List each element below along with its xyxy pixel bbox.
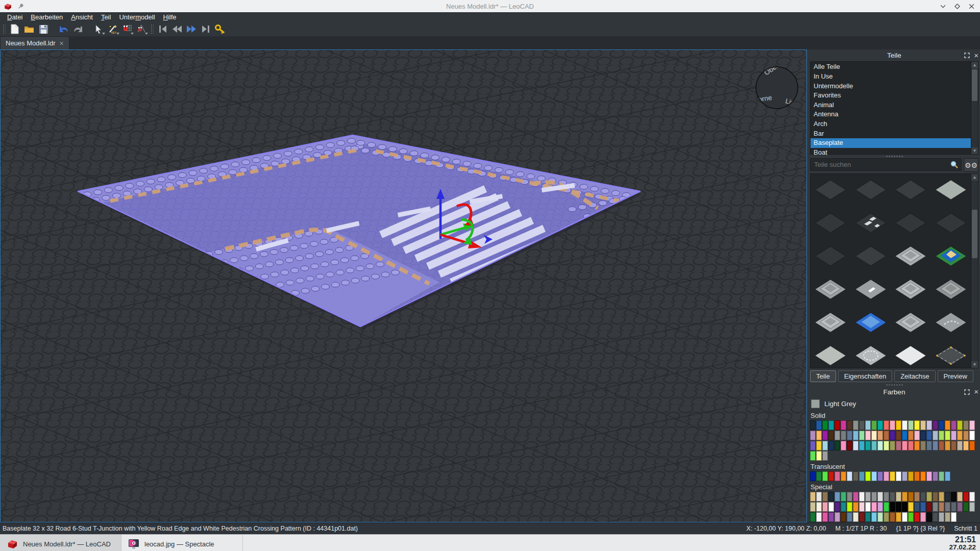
color-swatch[interactable] bbox=[884, 441, 889, 450]
color-swatch[interactable] bbox=[828, 471, 834, 481]
color-swatch[interactable] bbox=[810, 492, 816, 502]
color-swatch[interactable] bbox=[951, 512, 957, 522]
color-swatch[interactable] bbox=[853, 492, 859, 502]
minimize-button[interactable] bbox=[939, 3, 946, 10]
color-swatch[interactable] bbox=[828, 502, 834, 512]
snap-move-button[interactable] bbox=[120, 23, 134, 35]
color-swatch[interactable] bbox=[865, 431, 871, 440]
color-swatch[interactable] bbox=[890, 471, 895, 481]
color-swatch[interactable] bbox=[828, 431, 834, 440]
next-step-button[interactable] bbox=[185, 23, 198, 35]
color-swatch[interactable] bbox=[969, 431, 975, 440]
color-swatch[interactable] bbox=[841, 420, 846, 430]
color-swatch[interactable] bbox=[933, 471, 938, 481]
color-swatch[interactable] bbox=[810, 451, 816, 461]
color-swatch[interactable] bbox=[933, 502, 938, 512]
color-swatch[interactable] bbox=[896, 420, 901, 430]
color-swatch[interactable] bbox=[841, 512, 846, 522]
parts-scrollbar[interactable]: ▲ ▼ bbox=[971, 174, 978, 367]
scroll-down-icon[interactable]: ▼ bbox=[971, 361, 978, 368]
scroll-up-icon[interactable]: ▲ bbox=[971, 62, 978, 68]
color-swatch[interactable] bbox=[890, 502, 895, 512]
color-swatch[interactable] bbox=[853, 471, 859, 481]
color-swatch[interactable] bbox=[945, 420, 950, 430]
snap-move-dropdown-icon[interactable] bbox=[131, 33, 134, 35]
color-swatch[interactable] bbox=[963, 441, 969, 450]
color-swatch[interactable] bbox=[847, 420, 852, 430]
clock[interactable]: 21:51 27.02.22 bbox=[949, 536, 976, 551]
color-swatch[interactable] bbox=[835, 431, 840, 440]
color-swatch[interactable] bbox=[884, 502, 889, 512]
color-swatch[interactable] bbox=[945, 492, 950, 502]
select-tool-button[interactable] bbox=[92, 23, 105, 35]
color-swatch[interactable] bbox=[945, 512, 950, 522]
color-swatch[interactable] bbox=[890, 492, 895, 502]
color-swatch[interactable] bbox=[914, 441, 920, 450]
color-swatch[interactable] bbox=[969, 441, 975, 450]
color-swatch[interactable] bbox=[877, 441, 883, 450]
color-swatch[interactable] bbox=[945, 502, 950, 512]
color-swatch[interactable] bbox=[853, 420, 859, 430]
color-swatch[interactable] bbox=[847, 492, 852, 502]
color-swatch[interactable] bbox=[841, 441, 846, 450]
redo-button[interactable] bbox=[71, 23, 85, 35]
parts-options-button[interactable]: ⚙⚙ bbox=[964, 158, 978, 172]
color-swatch[interactable] bbox=[853, 431, 859, 440]
color-swatch[interactable] bbox=[902, 502, 908, 512]
color-swatch[interactable] bbox=[877, 420, 883, 430]
color-swatch[interactable] bbox=[884, 492, 889, 502]
color-swatch[interactable] bbox=[926, 492, 932, 502]
color-swatch[interactable] bbox=[865, 441, 871, 450]
part-thumbnail-21[interactable] bbox=[854, 344, 888, 368]
color-swatch[interactable] bbox=[810, 512, 816, 522]
maximize-button[interactable] bbox=[953, 3, 961, 10]
menu-bearbeiten[interactable]: Bearbeiten bbox=[27, 13, 67, 22]
category-boat[interactable]: Boat bbox=[811, 148, 971, 158]
color-swatch[interactable] bbox=[939, 420, 944, 430]
color-swatch[interactable] bbox=[896, 502, 901, 512]
panel-tab-zeitachse[interactable]: Zeitachse bbox=[894, 370, 935, 382]
color-swatch[interactable] bbox=[908, 502, 914, 512]
color-swatch[interactable] bbox=[926, 420, 932, 430]
color-swatch[interactable] bbox=[920, 512, 926, 522]
category-scrollbar[interactable]: ▲ ▼ bbox=[971, 62, 978, 154]
color-swatch[interactable] bbox=[822, 431, 828, 440]
viewport-canvas[interactable]: Oben Vorne Links bbox=[1, 50, 806, 522]
color-swatch[interactable] bbox=[896, 492, 901, 502]
color-swatch[interactable] bbox=[920, 420, 926, 430]
color-swatch[interactable] bbox=[828, 512, 834, 522]
color-swatch[interactable] bbox=[853, 512, 859, 522]
part-thumbnail-19[interactable] bbox=[934, 311, 968, 336]
color-swatch[interactable] bbox=[933, 492, 938, 502]
part-thumbnail-6[interactable] bbox=[894, 212, 927, 236]
color-swatch[interactable] bbox=[871, 512, 877, 522]
part-thumbnail-22[interactable] bbox=[894, 344, 927, 368]
color-swatch[interactable] bbox=[951, 441, 957, 450]
color-swatch[interactable] bbox=[945, 471, 950, 481]
color-swatch[interactable] bbox=[914, 471, 920, 481]
color-swatch[interactable] bbox=[853, 502, 859, 512]
color-swatch[interactable] bbox=[828, 441, 834, 450]
color-swatch[interactable] bbox=[926, 431, 932, 440]
color-swatch[interactable] bbox=[951, 502, 957, 512]
color-swatch[interactable] bbox=[847, 471, 852, 481]
color-swatch[interactable] bbox=[816, 502, 822, 512]
color-swatch[interactable] bbox=[810, 441, 816, 450]
color-swatch[interactable] bbox=[908, 512, 914, 522]
color-swatch[interactable] bbox=[877, 492, 883, 502]
color-swatch[interactable] bbox=[939, 471, 944, 481]
toolbar-grip-2[interactable] bbox=[151, 24, 154, 34]
color-swatch[interactable] bbox=[908, 431, 914, 440]
color-swatch[interactable] bbox=[877, 471, 883, 481]
color-swatch[interactable] bbox=[865, 420, 871, 430]
close-dock-icon[interactable]: × bbox=[974, 53, 978, 59]
part-thumbnail-9[interactable] bbox=[854, 245, 888, 269]
color-swatch[interactable] bbox=[835, 471, 840, 481]
close-dock-icon[interactable]: × bbox=[974, 389, 978, 395]
select-tool-dropdown-icon[interactable] bbox=[102, 33, 105, 35]
part-thumbnail-23[interactable] bbox=[934, 344, 968, 368]
close-button[interactable] bbox=[968, 3, 975, 10]
color-swatch[interactable] bbox=[810, 420, 816, 430]
color-swatch[interactable] bbox=[902, 512, 908, 522]
part-thumbnail-10[interactable] bbox=[894, 245, 927, 269]
